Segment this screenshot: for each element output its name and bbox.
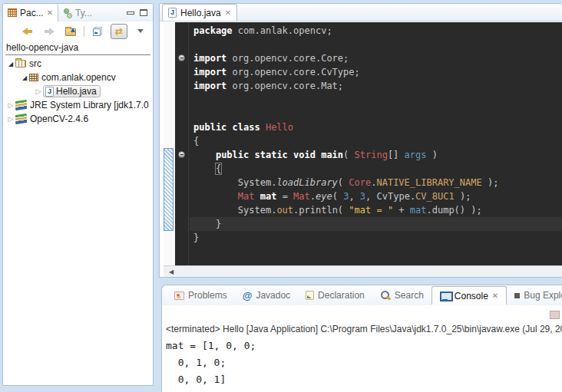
back-arrow-icon bbox=[22, 27, 33, 36]
eclipse-window: Pac... ✕ Ty... ⇄ hello-opencv-java ◢src◢… bbox=[0, 0, 562, 392]
package-explorer-toolbar: ⇄ bbox=[3, 21, 153, 41]
tree-item-label: com.anlak.opencv bbox=[41, 72, 116, 83]
tree-item-hello-java[interactable]: ▷JHello.java bbox=[3, 84, 153, 98]
expand-arrow-icon[interactable]: ◢ bbox=[20, 74, 29, 81]
tab-label: Pac... bbox=[20, 8, 44, 18]
tab-label: Declaration bbox=[318, 290, 365, 301]
console-panel: Problems@JavadocDeclarationSearchConsole… bbox=[161, 285, 562, 392]
tab-hello-java[interactable]: J Hello.java ✕ bbox=[162, 4, 237, 21]
close-icon[interactable]: ✕ bbox=[47, 9, 53, 17]
up-folder-icon bbox=[65, 28, 76, 36]
code-line: { bbox=[193, 134, 562, 148]
project-tree: ◢src◢com.anlak.opencv▷JHello.java▷JRE Sy… bbox=[3, 55, 153, 126]
tree-item-com-anlak-opencv[interactable]: ◢com.anlak.opencv bbox=[3, 71, 153, 84]
tab-declaration[interactable]: Declaration bbox=[298, 286, 372, 305]
code-line: import org.opencv.core.CvType; bbox=[193, 65, 562, 79]
code-text: package com.anlak.opencv;import org.open… bbox=[193, 24, 562, 245]
method-range-indicator bbox=[164, 148, 174, 231]
console-output-line: mat = [1, 0, 0; bbox=[166, 338, 562, 354]
editor-group: J Hello.java ✕ package com.anlak.opencv;… bbox=[159, 3, 562, 278]
tab-type-hierarchy[interactable]: Ty... bbox=[58, 4, 97, 21]
fold-collapse-icon[interactable] bbox=[178, 151, 185, 158]
java-file-icon: J bbox=[45, 87, 54, 97]
tab-search[interactable]: Search bbox=[372, 286, 431, 305]
code-line bbox=[193, 38, 562, 51]
tab-label: Bug Explorer bbox=[524, 290, 562, 301]
bottom-tab-bar: Problems@JavadocDeclarationSearchConsole… bbox=[162, 285, 562, 305]
tab-javadoc[interactable]: @Javadoc bbox=[235, 286, 298, 305]
code-line: public class Hello bbox=[193, 120, 562, 134]
code-line: Mat mat = Mat.eye( 3, 3, CvType.CV_8UC1 … bbox=[193, 189, 562, 203]
collapse-all-button[interactable] bbox=[89, 24, 106, 39]
tree-item-opencv-2-4-6[interactable]: ▷OpenCV-2.4.6 bbox=[3, 112, 153, 126]
close-icon[interactable]: ✕ bbox=[225, 9, 231, 17]
maximize-icon[interactable] bbox=[140, 9, 147, 16]
package-icon bbox=[29, 74, 38, 81]
console-icon bbox=[440, 292, 451, 301]
toolbar-separator bbox=[84, 26, 84, 37]
tab-console[interactable]: Console✕ bbox=[431, 286, 507, 305]
view-menu-button[interactable] bbox=[132, 24, 149, 39]
code-line: } bbox=[193, 231, 562, 245]
console-area: <terminated> Hello [Java Application] C:… bbox=[162, 305, 562, 392]
expand-arrow-icon[interactable]: ◢ bbox=[6, 61, 15, 68]
code-line: } bbox=[193, 217, 562, 231]
link-with-editor-icon: ⇄ bbox=[115, 27, 123, 36]
code-line: import org.opencv.core.Core; bbox=[193, 51, 562, 65]
tab-label: Hello.java bbox=[180, 8, 221, 18]
folding-column bbox=[175, 22, 189, 265]
console-output-line: 0, 1, 0; bbox=[166, 354, 562, 371]
up-button[interactable] bbox=[62, 24, 79, 39]
tree-item-jre-system-library-jdk1-7-0[interactable]: ▷JRE System Library [jdk1.7.0 bbox=[3, 98, 153, 112]
project-label[interactable]: hello-opencv-java bbox=[5, 41, 150, 55]
tree-item-label: src bbox=[29, 58, 41, 69]
fold-collapse-icon[interactable] bbox=[178, 54, 185, 61]
tab-label: Search bbox=[395, 290, 424, 301]
code-editor[interactable]: package com.anlak.opencv;import org.open… bbox=[175, 22, 562, 265]
editor-tab-bar: J Hello.java ✕ bbox=[160, 4, 562, 21]
package-explorer-icon bbox=[8, 8, 17, 17]
tab-problems[interactable]: Problems bbox=[167, 286, 235, 305]
back-button[interactable] bbox=[19, 24, 36, 39]
code-line: { bbox=[193, 162, 562, 176]
javadoc-icon: @ bbox=[243, 291, 253, 301]
tab-label: Ty... bbox=[75, 8, 92, 18]
scroll-left-icon[interactable]: ◀ bbox=[164, 268, 174, 275]
tab-bug-explorer[interactable]: Bug Explorer bbox=[507, 286, 562, 305]
forward-arrow-icon bbox=[44, 27, 55, 36]
tab-label: Problems bbox=[188, 290, 227, 301]
bug-icon bbox=[514, 293, 520, 298]
link-with-editor-button[interactable]: ⇄ bbox=[111, 24, 127, 39]
package-explorer-panel: Pac... ✕ Ty... ⇄ hello-opencv-java ◢src◢… bbox=[2, 3, 154, 386]
expand-arrow-icon[interactable]: ▷ bbox=[6, 115, 15, 123]
java-file-icon: J bbox=[168, 8, 177, 18]
library-icon bbox=[15, 114, 27, 124]
console-output-line: 0, 0, 1] bbox=[166, 371, 562, 388]
console-toolbar-icon[interactable] bbox=[550, 311, 560, 319]
selected-tree-item: JHello.java bbox=[43, 85, 101, 97]
code-line: package com.anlak.opencv; bbox=[193, 24, 562, 38]
tree-item-src[interactable]: ◢src bbox=[3, 57, 153, 71]
expand-arrow-icon[interactable]: ▷ bbox=[34, 87, 43, 95]
console-output: mat = [1, 0, 0; 0, 1, 0; 0, 0, 1] bbox=[166, 338, 562, 388]
console-status-line: <terminated> Hello [Java Application] C:… bbox=[166, 324, 562, 334]
tree-item-label: OpenCV-2.4.6 bbox=[30, 114, 88, 124]
code-line bbox=[193, 107, 562, 120]
close-icon[interactable]: ✕ bbox=[492, 292, 498, 300]
horizontal-scrollbar[interactable]: ◀ bbox=[164, 265, 562, 278]
type-hierarchy-icon bbox=[63, 8, 72, 18]
tree-item-label: Hello.java bbox=[56, 86, 97, 97]
expand-arrow-icon[interactable]: ▷ bbox=[6, 101, 15, 109]
forward-button[interactable] bbox=[41, 24, 58, 39]
code-line: import org.opencv.core.Mat; bbox=[193, 79, 562, 93]
code-line: public static void main( String[] args ) bbox=[193, 148, 562, 162]
left-panel-tab-bar: Pac... ✕ Ty... bbox=[3, 4, 153, 21]
source-folder-icon bbox=[15, 60, 26, 68]
search-icon bbox=[380, 291, 391, 301]
library-icon bbox=[15, 100, 27, 110]
minimize-icon[interactable] bbox=[127, 12, 134, 15]
tab-package-explorer[interactable]: Pac... ✕ bbox=[3, 4, 58, 21]
code-line bbox=[193, 93, 562, 107]
tab-label: Console bbox=[455, 291, 488, 301]
collapse-all-icon bbox=[93, 27, 102, 36]
